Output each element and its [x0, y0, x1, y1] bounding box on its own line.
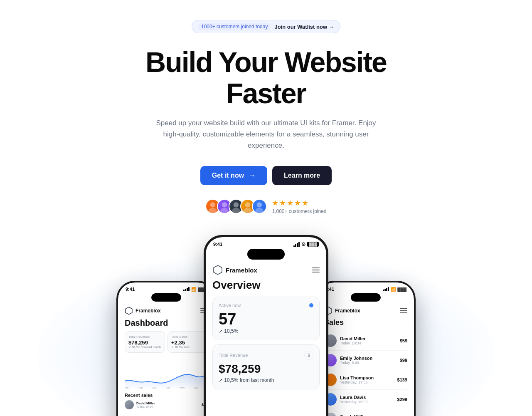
chart-area: Jan Feb Mar Apr May Jun	[125, 356, 208, 389]
signal-icon-right	[383, 287, 389, 291]
app-logo-right: Frameblox	[324, 307, 360, 315]
sale-name: David Miller	[136, 401, 199, 405]
svg-point-8	[257, 202, 262, 207]
status-bar-left: 9:41 📶 ▓▓▓	[118, 282, 214, 293]
svg-marker-10	[126, 307, 132, 314]
hamburger-menu-center[interactable]	[312, 267, 320, 272]
time-left: 9:41	[126, 287, 135, 292]
avatar-group	[205, 199, 267, 214]
svg-point-0	[210, 202, 215, 207]
sales-title: Sales	[324, 318, 407, 327]
svg-point-9	[256, 208, 264, 214]
status-icons-right: 📶 ▓▓▓	[383, 287, 406, 292]
battery-icon-center: ▓▓▓	[307, 242, 319, 247]
phone-dashboard: 9:41 📶 ▓▓▓	[116, 281, 216, 416]
page-wrapper: 1000+ customers joined today Join our Wa…	[0, 0, 532, 416]
wifi-icon-center: ⊙	[301, 241, 305, 247]
total-sales-value: +2,35	[171, 339, 204, 346]
total-sales-sub: ↗ 10,5% from	[171, 346, 204, 349]
announcement-banner[interactable]: 1000+ customers joined today Join our Wa…	[192, 20, 340, 33]
total-revenue-card-center: Total Revenue $ $78,259 ↗ 10,5% from las…	[212, 344, 320, 389]
phone-nav-right: Frameblox	[318, 303, 414, 318]
sale-row: David Miller Today, 10:34 $59	[125, 400, 208, 409]
star-1: ★	[272, 198, 278, 208]
wifi-icon: 📶	[191, 287, 196, 292]
phone-dashboard-inner: 9:41 📶 ▓▓▓	[118, 282, 214, 416]
status-bar-right: 9:41 📶 ▓▓▓	[318, 282, 414, 293]
sales-row: David Miller Today, 10:34 $59	[324, 331, 407, 351]
active-change: ↗ 10,5%	[219, 328, 313, 334]
star-2: ★	[279, 198, 286, 208]
active-now-card: Active now 57 ↗ 10,5%	[212, 297, 320, 340]
total-revenue-value: $78,259	[128, 339, 161, 346]
logo-hex-icon-left	[125, 307, 133, 315]
get-it-now-button[interactable]: Get it now →	[200, 166, 267, 185]
phone-nav-left: Frameblox	[118, 303, 214, 318]
star-rating: ★ ★ ★ ★ ★	[272, 198, 326, 208]
wifi-icon-right: 📶	[391, 287, 396, 292]
avatar	[252, 199, 267, 214]
total-revenue-card: Total Revenue $78,259 ↗ 10,5% from last …	[125, 331, 165, 353]
sales-list: David Miller Today, 10:34 $59 Emily John…	[324, 331, 407, 416]
dashboard-cards: Total Revenue $78,259 ↗ 10,5% from last …	[125, 331, 208, 353]
svg-text:May: May	[180, 386, 185, 389]
sales-info-5: Sarah Williams Yesterday, 12:36	[340, 414, 397, 416]
hero-subtitle: Speed up your website build with our ult…	[150, 117, 382, 151]
sales-info-4: Laura Davis Yesterday, 15:09	[340, 395, 394, 404]
svg-text:Feb: Feb	[138, 386, 143, 389]
svg-text:Mar: Mar	[153, 386, 157, 389]
svg-text:Apr: Apr	[166, 386, 170, 389]
sale-info: David Miller Today, 10:34	[136, 401, 199, 408]
logo-hex-icon-center	[212, 265, 223, 275]
sale-avatar	[125, 400, 134, 409]
active-now-label: Active now	[219, 303, 313, 308]
recent-sales-title: Recent sales	[125, 393, 208, 398]
phone-overview-inner: 9:41 ⊙ ▓▓▓	[206, 237, 326, 416]
total-revenue-change-center: ↗ 10,5% from last month	[219, 377, 313, 383]
svg-point-6	[245, 202, 250, 207]
svg-text:Jun: Jun	[194, 386, 198, 389]
sales-row: Sarah Williams Yesterday, 12:36 $79	[324, 409, 407, 416]
phone-nav-center: Frameblox	[206, 261, 326, 279]
active-count: 57	[219, 310, 313, 328]
svg-text:Jan: Jan	[125, 386, 128, 389]
dynamic-island-left	[151, 293, 181, 302]
star-4: ★	[294, 198, 301, 208]
sale-date: Today, 10:34	[136, 405, 199, 408]
phone-content-left: Dashboard Total Revenue $78,259 ↗ 10,5% …	[118, 318, 214, 416]
star-3: ★	[287, 198, 293, 208]
phone-content-right: Sales David Miller Today, 10:34 $59	[318, 318, 414, 416]
hero-section: 1000+ customers joined today Join our Wa…	[0, 0, 532, 239]
sales-info-3: Lisa Thompson Yesterday, 17:56	[340, 375, 394, 384]
svg-marker-17	[214, 265, 222, 275]
sales-info-1: David Miller Today, 10:34	[340, 336, 397, 345]
total-revenue-label: Total Revenue	[128, 335, 161, 339]
arrow-icon: →	[249, 172, 256, 179]
svg-point-4	[234, 202, 239, 207]
revenue-icon: $	[304, 351, 313, 360]
phones-section: 9:41 📶 ▓▓▓	[0, 239, 532, 416]
signal-icon	[183, 287, 190, 291]
dynamic-island-right	[351, 293, 381, 302]
sales-row: Laura Davis Yesterday, 15:09 $299	[324, 390, 407, 409]
dynamic-island-center	[247, 249, 285, 260]
phone-sales-inner: 9:41 📶 ▓▓▓	[318, 282, 414, 416]
cta-buttons: Get it now → Learn more	[200, 166, 332, 185]
svg-point-5	[232, 208, 241, 214]
learn-more-button[interactable]: Learn more	[272, 166, 332, 185]
total-revenue-sub: ↗ 10,5% from last month	[128, 346, 161, 349]
hero-title: Build Your Website Faster	[104, 47, 428, 109]
announcement-badge: 1000+ customers joined today	[198, 23, 271, 30]
svg-point-2	[222, 202, 227, 207]
app-logo-left: Frameblox	[125, 307, 161, 315]
announcement-link[interactable]: Join our Watlist now →	[274, 24, 334, 30]
svg-point-7	[244, 208, 252, 214]
total-revenue-label-center: Total Revenue $	[219, 351, 313, 360]
phone-sales: 9:41 📶 ▓▓▓	[316, 281, 416, 416]
total-sales-card: Total Sales +2,35 ↗ 10,5% from	[167, 331, 208, 353]
rating-text: 1,000+ customers joined	[272, 208, 326, 214]
hamburger-menu-right[interactable]	[400, 308, 407, 313]
total-sales-label: Total Sales	[171, 335, 204, 339]
sales-row: Emily Johnson Today, 8:49 $99	[324, 351, 407, 370]
phone-content-center: Overview Active now 57 ↗ 10,5% Total R	[206, 279, 326, 416]
